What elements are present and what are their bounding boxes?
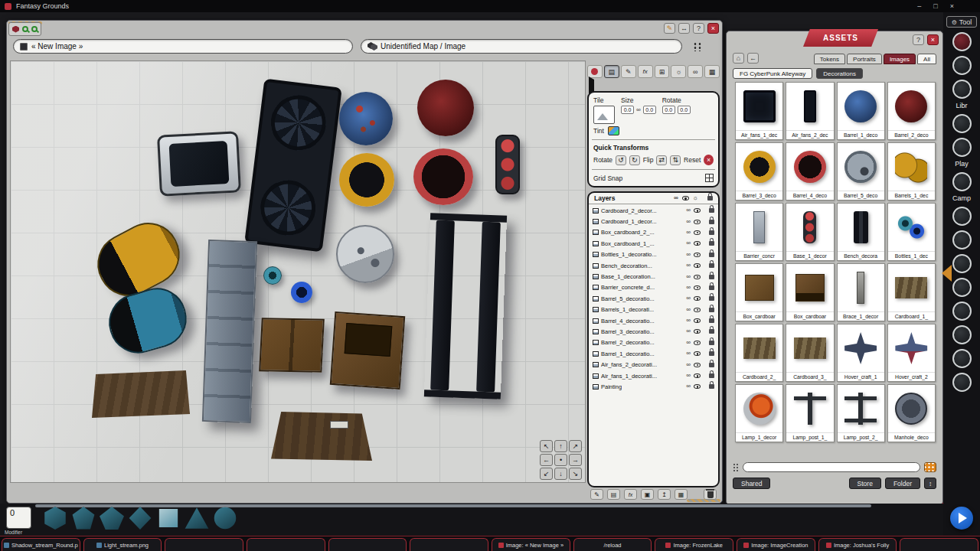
taskbar-tab[interactable] bbox=[900, 538, 978, 551]
layer-visibility-icon[interactable] bbox=[694, 351, 701, 356]
layer-link-icon[interactable] bbox=[686, 295, 691, 302]
layer-link-icon[interactable] bbox=[686, 262, 691, 269]
tool-button[interactable]: Tool bbox=[946, 16, 977, 28]
layer-link-icon[interactable] bbox=[686, 340, 691, 346]
pan-center-button[interactable]: • bbox=[554, 454, 567, 466]
close-window-icon[interactable] bbox=[707, 23, 719, 34]
sidebar-notes-icon[interactable] bbox=[952, 302, 972, 321]
taskbar-tab[interactable]: /reload bbox=[573, 538, 652, 551]
asset-card[interactable]: Lamp_1_decor bbox=[735, 384, 783, 442]
layer-link-icon[interactable] bbox=[686, 307, 691, 313]
sidebar-images-icon[interactable] bbox=[952, 254, 972, 273]
layer-lock-icon[interactable] bbox=[709, 308, 714, 312]
layer-lock-icon[interactable] bbox=[709, 241, 714, 246]
canvas-object-bottle-teal[interactable] bbox=[263, 266, 282, 285]
tiles-mode-icon[interactable] bbox=[604, 65, 619, 78]
grid-mode-icon[interactable] bbox=[655, 65, 670, 78]
layer-row[interactable]: Cardboard_1_decor... bbox=[589, 216, 718, 227]
layer-visibility-icon[interactable] bbox=[694, 363, 701, 367]
layer-row[interactable]: Box_cardboard_1_... bbox=[589, 238, 718, 249]
folder-button[interactable]: Folder bbox=[885, 478, 920, 489]
table-mode-icon[interactable] bbox=[704, 65, 720, 78]
pan-up-right-button[interactable]: ↗ bbox=[569, 440, 582, 452]
flip-horizontal-icon[interactable]: ⇄ bbox=[656, 155, 667, 165]
taskbar-tab[interactable] bbox=[410, 538, 488, 551]
layer-link-icon[interactable] bbox=[686, 373, 691, 379]
layer-lock-icon[interactable] bbox=[709, 285, 714, 290]
canvas-object-bottle-blue[interactable] bbox=[291, 282, 312, 303]
tint-color-swatch[interactable] bbox=[608, 126, 619, 135]
die-d12-icon[interactable] bbox=[71, 507, 96, 530]
rotate-y-input[interactable]: 0.0 bbox=[678, 106, 691, 114]
canvas-object-box-1[interactable] bbox=[259, 318, 325, 372]
layer-effects-icon[interactable] bbox=[624, 489, 637, 500]
layer-lock-icon[interactable] bbox=[709, 230, 714, 235]
asset-card[interactable]: Manhole_deco bbox=[887, 384, 936, 442]
image-type-field[interactable]: Unidentified Map / Image bbox=[361, 39, 682, 54]
asset-card[interactable]: Bench_decora bbox=[837, 203, 885, 261]
asset-card[interactable]: Barrier_concr bbox=[735, 203, 783, 261]
window-menu-icon[interactable] bbox=[693, 42, 702, 51]
tab-all[interactable]: All bbox=[917, 54, 936, 64]
layer-row[interactable]: Bottles_1_decoratio... bbox=[589, 249, 718, 260]
store-button[interactable]: Store bbox=[849, 478, 881, 489]
asset-card[interactable]: Box_cardboar bbox=[735, 263, 783, 321]
canvas-object-barrel-yellow-open[interactable] bbox=[339, 153, 394, 207]
die-d10-icon[interactable] bbox=[100, 507, 124, 530]
flip-vertical-icon[interactable]: ⇅ bbox=[670, 155, 681, 165]
canvas-object-barrel-blue[interactable] bbox=[339, 92, 393, 145]
image-name-field[interactable]: « New Image » bbox=[13, 39, 353, 54]
layer-link-icon[interactable] bbox=[686, 383, 691, 390]
asset-card[interactable]: Barrel_3_deco bbox=[735, 142, 783, 201]
assets-back-icon[interactable] bbox=[747, 53, 759, 64]
layer-lock-icon[interactable] bbox=[709, 253, 714, 257]
sidebar-book-icon[interactable] bbox=[952, 114, 972, 133]
rotate-cw-icon[interactable]: ↻ bbox=[629, 155, 640, 165]
layer-visibility-icon[interactable] bbox=[694, 308, 701, 312]
asset-card[interactable]: Hover_craft_1 bbox=[837, 324, 885, 382]
toggle-all-visibility-icon[interactable] bbox=[682, 196, 689, 201]
layer-row[interactable]: Air_fans_2_decorati... bbox=[589, 359, 718, 370]
layer-link-icon[interactable] bbox=[686, 318, 691, 324]
taskbar-tab[interactable]: Image: ImageCreation bbox=[737, 538, 815, 551]
modifier-box[interactable]: 0 bbox=[6, 507, 31, 529]
maximize-icon[interactable] bbox=[933, 2, 937, 11]
asset-card[interactable]: Hover_craft_2 bbox=[887, 324, 936, 382]
die-d20-icon[interactable] bbox=[43, 507, 67, 530]
layer-lock-icon[interactable] bbox=[709, 318, 714, 323]
size-height-input[interactable]: 0.0 bbox=[643, 106, 656, 114]
lighting-mode-icon[interactable] bbox=[671, 65, 686, 78]
campaign-label[interactable]: Camp bbox=[952, 194, 971, 202]
layer-row[interactable]: Barrel_3_decoratio... bbox=[589, 326, 718, 337]
add-image-icon[interactable] bbox=[641, 489, 654, 500]
layer-row[interactable]: Barrel_2_decoratio... bbox=[589, 337, 718, 348]
assets-close-icon[interactable] bbox=[927, 34, 939, 45]
refresh-assets-icon[interactable] bbox=[924, 478, 936, 489]
library-label[interactable]: Libr bbox=[956, 102, 967, 109]
layer-row[interactable]: Barrel_5_decoratio... bbox=[589, 293, 718, 304]
asset-card[interactable]: Air_fans_2_dec bbox=[786, 82, 834, 140]
taskbar-tab[interactable] bbox=[247, 538, 325, 551]
canvas-object-cardboard-2[interactable] bbox=[271, 412, 372, 461]
layer-row[interactable]: Base_1_decoration... bbox=[589, 271, 718, 282]
pan-right-button[interactable]: → bbox=[569, 454, 582, 466]
taskbar-tab[interactable]: Image: FrozenLake bbox=[655, 538, 733, 551]
taskbar-tab[interactable] bbox=[165, 538, 243, 551]
canvas-object-cardboard-1[interactable] bbox=[92, 370, 190, 418]
sidebar-tokens-icon[interactable] bbox=[952, 138, 972, 157]
layer-visibility-icon[interactable] bbox=[694, 373, 701, 378]
asset-card[interactable]: Lamp_post_1_ bbox=[786, 384, 834, 442]
panel-expander-icon[interactable] bbox=[942, 265, 952, 282]
taskbar-tab[interactable]: Image: « New Image » bbox=[492, 538, 570, 551]
minimize-icon[interactable] bbox=[917, 2, 921, 11]
die-roll-icon[interactable] bbox=[12, 26, 19, 33]
breadcrumb-module[interactable]: FG CyberPunk Alleyway bbox=[733, 68, 812, 79]
layer-link-icon[interactable] bbox=[686, 219, 691, 225]
help-icon[interactable] bbox=[693, 23, 704, 34]
brush-mode-icon[interactable] bbox=[621, 65, 636, 78]
canvas-object-manhole[interactable] bbox=[336, 225, 394, 283]
asset-card[interactable]: Lamp_post_2_ bbox=[837, 384, 885, 442]
pointer-tool[interactable] bbox=[586, 78, 721, 90]
grid-snap-toggle-icon[interactable] bbox=[705, 174, 714, 182]
canvas-object-box-2[interactable] bbox=[330, 311, 405, 390]
